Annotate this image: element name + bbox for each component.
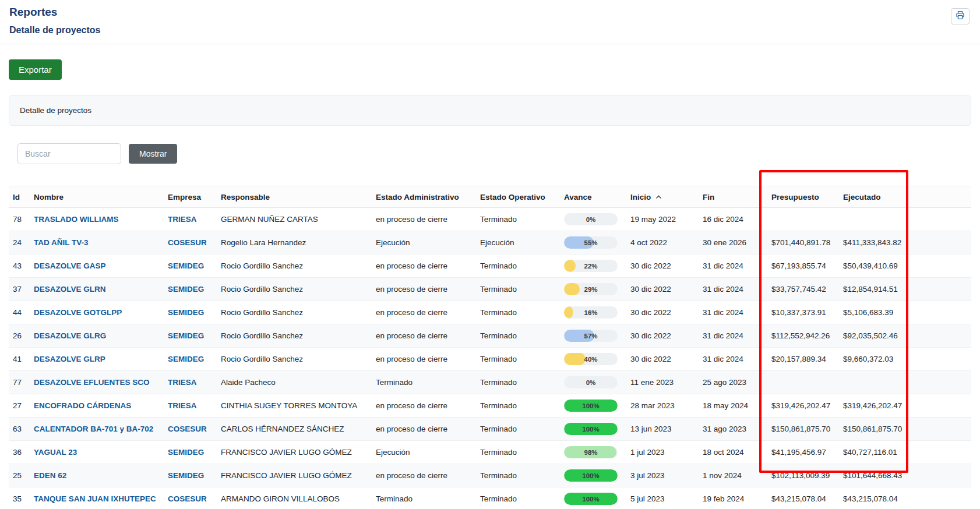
cell-presupuesto: [767, 371, 839, 394]
cell-empresa: TRIESA: [164, 394, 217, 418]
progress-pill: 100%: [564, 423, 618, 435]
cell-id: 63: [9, 418, 30, 441]
cell-nombre: DESAZOLVE GOTGLPP: [30, 301, 164, 324]
cell-estado-operativo: Terminado: [476, 254, 560, 278]
table-row: 43 DESAZOLVE GASP SEMIDEG Rocio Gordillo…: [9, 254, 971, 278]
cell-avance: 22%: [560, 254, 626, 278]
project-link[interactable]: EDEN 62: [34, 471, 66, 480]
progress-label: 98%: [564, 446, 618, 458]
cell-estado-operativo: Terminado: [476, 208, 560, 231]
progress-label: 100%: [564, 400, 618, 412]
cell-fin: 31 dic 2024: [699, 254, 767, 278]
progress-pill: 55%: [564, 236, 618, 249]
col-header-ejecutado[interactable]: Ejecutado: [839, 186, 971, 208]
cell-id: 27: [9, 394, 30, 418]
cell-nombre: DESAZOLVE GLRG: [30, 324, 164, 348]
cell-inicio: 5 jul 2023: [626, 487, 699, 509]
cell-avance: 29%: [560, 278, 626, 301]
col-header-nombre[interactable]: Nombre: [30, 186, 164, 208]
empresa-link[interactable]: COSESUR: [168, 425, 207, 433]
cell-estado-operativo: Ejecución: [476, 231, 560, 254]
cell-id: 41: [9, 348, 30, 371]
col-header-presupuesto[interactable]: Presupuesto: [767, 186, 839, 208]
cell-estado-operativo: Terminado: [476, 371, 560, 394]
project-link[interactable]: TRASLADO WILLIAMS: [34, 215, 118, 224]
project-link[interactable]: TANQUE SAN JUAN IXHUTEPEC: [34, 494, 156, 503]
project-link[interactable]: DESAZOLVE EFLUENTES SCO: [34, 378, 150, 387]
sort-asc-icon: [655, 192, 662, 202]
empresa-link[interactable]: COSESUR: [168, 494, 207, 503]
empresa-link[interactable]: TRIESA: [168, 378, 197, 387]
progress-label: 0%: [564, 376, 618, 388]
empresa-link[interactable]: SEMIDEG: [168, 285, 204, 294]
cell-inicio: 3 jul 2023: [626, 464, 699, 487]
cell-ejecutado: $43,215,078.04: [839, 487, 971, 509]
table-row: 35 TANQUE SAN JUAN IXHUTEPEC COSESUR ARM…: [9, 487, 971, 509]
progress-pill: 100%: [564, 469, 618, 482]
cell-responsable: FRANCISCO JAVIER LUGO GÓMEZ: [217, 464, 372, 487]
empresa-link[interactable]: SEMIDEG: [168, 448, 204, 457]
cell-ejecutado: $40,727,116.01: [839, 441, 971, 464]
cell-avance: 57%: [560, 324, 626, 348]
cell-estado-administrativo: en proceso de cierre: [372, 208, 476, 231]
projects-table-wrap: Id Nombre Empresa Responsable Estado Adm…: [9, 186, 971, 509]
progress-label: 29%: [564, 283, 618, 295]
print-button[interactable]: [951, 8, 970, 24]
table-row: 41 DESAZOLVE GLRP SEMIDEG Rocio Gordillo…: [9, 348, 971, 371]
progress-label: 100%: [564, 423, 618, 435]
project-link[interactable]: DESAZOLVE GLRN: [34, 285, 106, 294]
empresa-link[interactable]: COSESUR: [168, 238, 207, 247]
cell-responsable: Rocio Gordillo Sanchez: [217, 301, 372, 324]
cell-nombre: ENCOFRADO CÁRDENAS: [30, 394, 164, 418]
col-header-avance[interactable]: Avance: [560, 186, 626, 208]
cell-presupuesto: $102,113,009.39: [767, 464, 839, 487]
empresa-link[interactable]: SEMIDEG: [168, 471, 204, 480]
cell-presupuesto: $43,215,078.04: [767, 487, 839, 509]
cell-id: 24: [9, 231, 30, 254]
cell-estado-administrativo: Ejecución: [372, 231, 476, 254]
empresa-link[interactable]: TRIESA: [168, 401, 197, 410]
cell-estado-operativo: Terminado: [476, 278, 560, 301]
show-button[interactable]: Mostrar: [129, 144, 177, 164]
project-link[interactable]: DESAZOLVE GASP: [34, 261, 106, 270]
empresa-link[interactable]: SEMIDEG: [168, 261, 204, 270]
project-link[interactable]: ENCOFRADO CÁRDENAS: [34, 401, 131, 410]
col-header-estado-operativo[interactable]: Estado Operativo: [476, 186, 560, 208]
col-header-responsable[interactable]: Responsable: [217, 186, 372, 208]
empresa-link[interactable]: SEMIDEG: [168, 355, 204, 363]
cell-responsable: Rocio Gordillo Sanchez: [217, 278, 372, 301]
project-link[interactable]: DESAZOLVE GLRP: [34, 355, 105, 363]
cell-fin: 31 dic 2024: [699, 324, 767, 348]
cell-ejecutado: $9,660,372.03: [839, 348, 971, 371]
cell-responsable: ARMANDO GIRON VILLALOBOS: [217, 487, 372, 509]
table-row: 24 TAD AÑIL TV-3 COSESUR Rogelio Lara He…: [9, 231, 971, 254]
cell-presupuesto: $20,157,889.34: [767, 348, 839, 371]
cell-ejecutado: $411,333,843.82: [839, 231, 971, 254]
cell-estado-operativo: Terminado: [476, 301, 560, 324]
cell-fin: 31 dic 2024: [699, 278, 767, 301]
empresa-link[interactable]: SEMIDEG: [168, 331, 204, 340]
cell-avance: 100%: [560, 487, 626, 509]
cell-nombre: DESAZOLVE GASP: [30, 254, 164, 278]
search-input[interactable]: [17, 143, 121, 164]
cell-ejecutado: $150,861,875.70: [839, 418, 971, 441]
empresa-link[interactable]: SEMIDEG: [168, 308, 204, 317]
project-link[interactable]: DESAZOLVE GOTGLPP: [34, 308, 122, 317]
project-link[interactable]: DESAZOLVE GLRG: [34, 331, 106, 340]
cell-empresa: COSESUR: [164, 487, 217, 509]
project-link[interactable]: YAGUAL 23: [34, 448, 77, 457]
cell-ejecutado: $12,854,914.51: [839, 278, 971, 301]
col-header-id[interactable]: Id: [9, 186, 30, 208]
cell-responsable: FRANCISCO JAVIER LUGO GÓMEZ: [217, 441, 372, 464]
project-link[interactable]: CALENTADOR BA-701 y BA-702: [34, 425, 153, 433]
empresa-link[interactable]: TRIESA: [168, 215, 197, 224]
export-button[interactable]: Exportar: [9, 59, 62, 80]
project-link[interactable]: TAD AÑIL TV-3: [34, 238, 89, 247]
col-header-inicio[interactable]: Inicio: [626, 186, 699, 208]
col-header-fin[interactable]: Fin: [699, 186, 767, 208]
cell-fin: 31 ago 2023: [699, 418, 767, 441]
cell-ejecutado: [839, 371, 971, 394]
cell-nombre: TRASLADO WILLIAMS: [30, 208, 164, 231]
col-header-empresa[interactable]: Empresa: [164, 186, 217, 208]
col-header-estado-administrativo[interactable]: Estado Administrativo: [372, 186, 476, 208]
